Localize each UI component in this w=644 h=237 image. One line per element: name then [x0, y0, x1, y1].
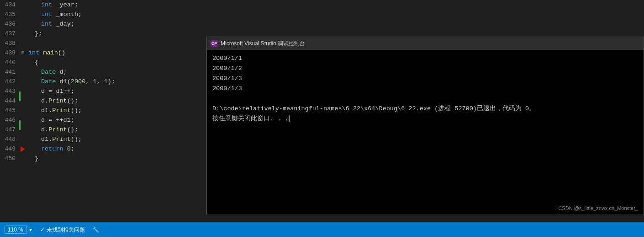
code-panel[interactable]: 434 int _year; 435 int _month; 436 [0, 0, 206, 222]
table-row: 447 d.Print(); [0, 125, 206, 135]
debug-title: Microsoft Visual Studio 调试控制台 [221, 40, 305, 48]
line-number: 437 [0, 29, 19, 38]
zoom-dropdown-icon[interactable]: ▼ [28, 227, 33, 232]
line-content: d.Print(); [39, 96, 206, 106]
table-row: 443 d = d1++; [0, 86, 206, 96]
line-number: 445 [0, 106, 19, 115]
line-number: 446 [0, 115, 19, 125]
collapse-icon: ⊟ [21, 48, 24, 58]
line-gutter [19, 146, 26, 152]
table-row: 444 d.Print(); [0, 96, 206, 106]
check-icon: ✓ [40, 226, 45, 233]
line-number: 438 [0, 38, 19, 48]
debug-titlebar: C# Microsoft Visual Studio 调试控制台 [207, 37, 644, 50]
line-content: d.Print(); [39, 125, 206, 135]
line-number: 447 [0, 125, 19, 135]
debug-output-line: 2000/1/2 [212, 64, 638, 74]
debug-output-line: 2000/1/3 [212, 84, 638, 94]
table-row: 434 int _year; [0, 0, 206, 10]
line-number: 439 [0, 48, 19, 58]
table-row: 449 return 0; [0, 144, 206, 154]
debug-close-hint: 按任意键关闭此窗口. . . [212, 114, 638, 124]
line-content: d = d1++; [39, 86, 206, 96]
debug-output-line [212, 94, 638, 104]
editor-area: 434 int _year; 435 int _month; 436 [0, 0, 644, 222]
csdn-watermark: CSDN @s_little_znwx.cn_Monster_ [559, 205, 638, 211]
table-row: 448 d1.Print(); [0, 135, 206, 144]
status-problem-text: 未找到相关问题 [47, 226, 85, 234]
table-row: 439 ⊟ int main() [0, 48, 206, 58]
zoom-control[interactable]: 110 % ▼ [5, 226, 33, 234]
table-row: 441 Date d; [0, 67, 206, 77]
debug-output-line: 2000/1/3 [212, 74, 638, 84]
debug-output: 2000/1/1 2000/1/2 2000/1/3 2000/1/3 D:\c… [207, 50, 644, 202]
line-number: 449 [0, 144, 19, 154]
line-number: 436 [0, 19, 19, 29]
line-number: 443 [0, 86, 19, 96]
line-content: int _year; [39, 0, 206, 10]
line-content: d1.Print(); [39, 135, 206, 144]
table-row: 437 }; [0, 29, 206, 38]
debug-output-line: 2000/1/1 [212, 54, 638, 64]
line-content: }; [33, 29, 206, 38]
line-content: d = ++d1; [39, 115, 206, 125]
line-number: 435 [0, 10, 19, 19]
table-row: 442 Date d1(2000, 1, 1); [0, 77, 206, 86]
line-content: Date d; [39, 67, 206, 77]
line-number: 440 [0, 58, 19, 67]
line-content: return 0; [39, 144, 206, 154]
table-row: 435 int _month; [0, 10, 206, 19]
tools-icon: 🔧 [92, 226, 99, 233]
line-content: int _day; [39, 19, 206, 29]
line-content: Date d1(2000, 1, 1); [39, 77, 206, 86]
line-number: 450 [0, 154, 19, 163]
debug-footer: CSDN @s_little_znwx.cn_Monster_ [207, 202, 644, 215]
line-number: 434 [0, 0, 19, 10]
vs-icon: C# [211, 40, 218, 47]
table-row: 445 d1.Print(); [0, 106, 206, 115]
debug-path-line: D:\code\relatively-meaningful-names\6_22… [212, 104, 638, 114]
status-bar: 110 % ▼ ✓ 未找到相关问题 🔧 [0, 222, 644, 237]
table-row: 438 [0, 38, 206, 48]
zoom-value[interactable]: 110 % [5, 226, 26, 234]
table-row: 436 int _day; [0, 19, 206, 29]
line-content: int _month; [39, 10, 206, 19]
table-row: 450 } [0, 154, 206, 163]
line-content: int main() [26, 48, 206, 58]
line-content: d1.Print(); [39, 106, 206, 115]
table-row: 440 { [0, 58, 206, 67]
status-icon-item: ✓ 未找到相关问题 [40, 226, 85, 234]
line-number: 448 [0, 135, 19, 144]
line-content: { [33, 58, 206, 67]
debug-console-window[interactable]: C# Microsoft Visual Studio 调试控制台 2000/1/… [206, 37, 644, 215]
line-number: 444 [0, 96, 19, 106]
breakpoint-arrow-icon [21, 146, 25, 152]
table-row: 446 d = ++d1; [0, 115, 206, 125]
line-content: } [33, 154, 206, 163]
line-gutter: ⊟ [19, 48, 26, 58]
code-lines: 434 int _year; 435 int _month; 436 [0, 0, 206, 163]
line-number: 441 [0, 67, 19, 77]
line-number: 442 [0, 77, 19, 86]
tools-icon-item[interactable]: 🔧 [92, 226, 99, 233]
